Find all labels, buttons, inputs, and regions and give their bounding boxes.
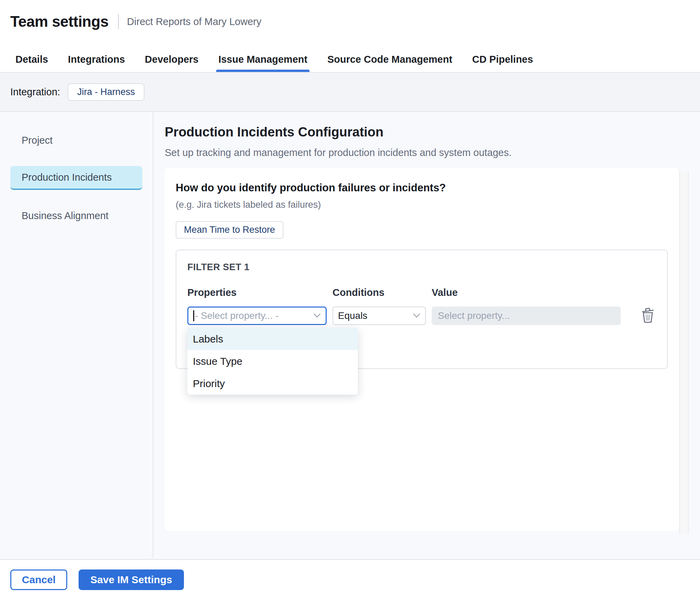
mean-time-to-restore-tab[interactable]: Mean Time to Restore	[176, 221, 283, 239]
tab-bar: Details Integrations Developers Issue Ma…	[0, 47, 533, 72]
tab-details[interactable]: Details	[15, 47, 48, 72]
integration-band: Integration: Jira - Harness	[0, 73, 700, 112]
save-im-settings-button[interactable]: Save IM Settings	[79, 569, 184, 590]
text-caret	[193, 310, 194, 321]
sidebar-item-label: Project	[22, 135, 52, 146]
integration-chip[interactable]: Jira - Harness	[68, 83, 144, 101]
chevron-down-icon	[315, 312, 320, 317]
cancel-button[interactable]: Cancel	[10, 569, 67, 590]
main-content: Production Incidents Configuration Set u…	[153, 112, 700, 558]
sidebar-item-business-alignment[interactable]: Business Alignment	[10, 204, 142, 228]
section-title: Production Incidents Configuration	[165, 125, 700, 140]
properties-column-label: Properties	[187, 287, 327, 298]
section-subtitle: Set up tracking and management for produ…	[165, 147, 700, 158]
filter-set-title: FILTER SET 1	[187, 262, 656, 273]
identify-hint: (e.g. Jira tickets labeled as failures)	[176, 200, 668, 210]
dropdown-option-priority[interactable]: Priority	[187, 372, 358, 395]
tab-developers[interactable]: Developers	[145, 47, 198, 72]
sidebar-item-project[interactable]: Project	[10, 128, 142, 152]
chevron-down-icon	[414, 312, 420, 317]
body: Project Production Incidents Business Al…	[0, 112, 700, 558]
title-separator	[118, 14, 119, 29]
property-select-placeholder: - Select property... -	[195, 310, 279, 321]
sidebar-item-label: Production Incidents	[22, 172, 112, 183]
tab-source-code-management[interactable]: Source Code Management	[327, 47, 452, 72]
tab-cd-pipelines[interactable]: CD Pipelines	[472, 47, 533, 72]
filter-set-panel: FILTER SET 1 Properties Conditions Value…	[176, 250, 668, 369]
dropdown-option-issue-type[interactable]: Issue Type	[187, 350, 358, 372]
header: Team settings Direct Reports of Mary Low…	[0, 0, 700, 73]
page-title: Team settings	[10, 13, 108, 30]
value-column-label: Value	[432, 287, 621, 298]
team-name: Direct Reports of Mary Lowery	[127, 16, 261, 27]
tab-issue-management[interactable]: Issue Management	[218, 47, 307, 72]
identify-question: How do you identify production failures …	[176, 182, 668, 194]
dropdown-option-labels[interactable]: Labels	[187, 328, 358, 350]
property-dropdown: Labels Issue Type Priority	[187, 328, 358, 395]
value-input[interactable]: Select property...	[432, 307, 621, 325]
trash-icon	[641, 308, 655, 323]
value-input-placeholder: Select property...	[438, 310, 510, 321]
incidents-config-card: How do you identify production failures …	[165, 168, 679, 531]
property-select[interactable]: - Select property... -	[187, 307, 327, 325]
tab-integrations[interactable]: Integrations	[68, 47, 125, 72]
sidebar-item-production-incidents[interactable]: Production Incidents	[10, 166, 142, 190]
conditions-column-label: Conditions	[332, 287, 426, 298]
delete-filter-button[interactable]	[640, 307, 655, 324]
condition-select[interactable]: Equals	[332, 307, 426, 325]
integration-label: Integration:	[10, 86, 60, 98]
condition-select-value: Equals	[338, 310, 368, 321]
sidebar-item-label: Business Alignment	[22, 210, 108, 221]
scrollbar-track[interactable]	[679, 171, 689, 534]
footer-bar: Cancel Save IM Settings	[0, 559, 700, 600]
sidebar: Project Production Incidents Business Al…	[0, 112, 153, 558]
